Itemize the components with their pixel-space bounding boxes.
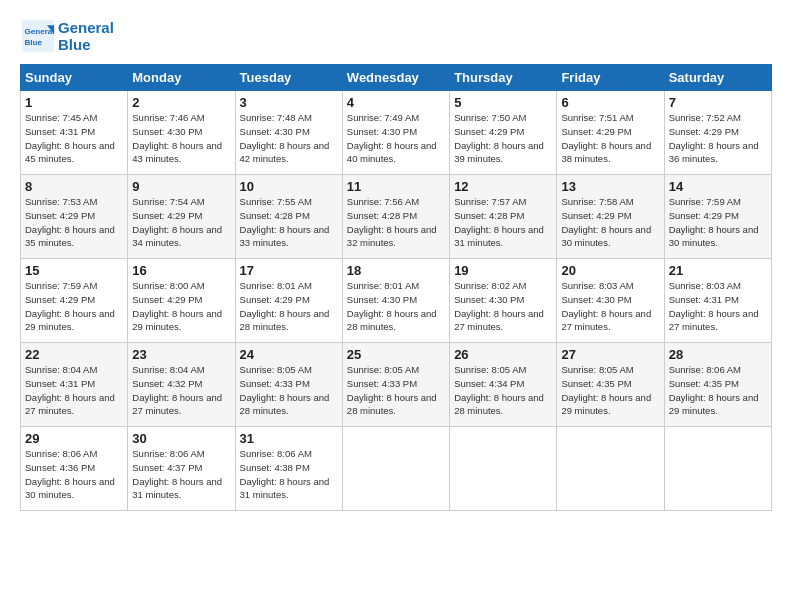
day-number: 28	[669, 347, 767, 362]
day-number: 1	[25, 95, 123, 110]
day-number: 25	[347, 347, 445, 362]
day-info: Sunrise: 8:06 AMSunset: 4:36 PMDaylight:…	[25, 447, 123, 502]
day-number: 5	[454, 95, 552, 110]
day-info: Sunrise: 8:03 AMSunset: 4:31 PMDaylight:…	[669, 279, 767, 334]
day-info: Sunrise: 8:04 AMSunset: 4:31 PMDaylight:…	[25, 363, 123, 418]
calendar-cell: 2 Sunrise: 7:46 AMSunset: 4:30 PMDayligh…	[128, 91, 235, 175]
day-number: 3	[240, 95, 338, 110]
day-number: 7	[669, 95, 767, 110]
day-info: Sunrise: 7:53 AMSunset: 4:29 PMDaylight:…	[25, 195, 123, 250]
day-number: 13	[561, 179, 659, 194]
day-info: Sunrise: 8:06 AMSunset: 4:35 PMDaylight:…	[669, 363, 767, 418]
calendar-cell	[450, 427, 557, 511]
day-number: 10	[240, 179, 338, 194]
calendar-cell: 3 Sunrise: 7:48 AMSunset: 4:30 PMDayligh…	[235, 91, 342, 175]
day-info: Sunrise: 8:05 AMSunset: 4:34 PMDaylight:…	[454, 363, 552, 418]
calendar-cell: 1 Sunrise: 7:45 AMSunset: 4:31 PMDayligh…	[21, 91, 128, 175]
calendar-cell: 23 Sunrise: 8:04 AMSunset: 4:32 PMDaylig…	[128, 343, 235, 427]
day-info: Sunrise: 8:00 AMSunset: 4:29 PMDaylight:…	[132, 279, 230, 334]
day-info: Sunrise: 8:02 AMSunset: 4:30 PMDaylight:…	[454, 279, 552, 334]
day-info: Sunrise: 8:03 AMSunset: 4:30 PMDaylight:…	[561, 279, 659, 334]
calendar-cell: 18 Sunrise: 8:01 AMSunset: 4:30 PMDaylig…	[342, 259, 449, 343]
calendar-cell: 4 Sunrise: 7:49 AMSunset: 4:30 PMDayligh…	[342, 91, 449, 175]
day-number: 17	[240, 263, 338, 278]
calendar-cell: 20 Sunrise: 8:03 AMSunset: 4:30 PMDaylig…	[557, 259, 664, 343]
calendar-cell: 8 Sunrise: 7:53 AMSunset: 4:29 PMDayligh…	[21, 175, 128, 259]
day-info: Sunrise: 7:54 AMSunset: 4:29 PMDaylight:…	[132, 195, 230, 250]
calendar-week-5: 29 Sunrise: 8:06 AMSunset: 4:36 PMDaylig…	[21, 427, 772, 511]
day-number: 11	[347, 179, 445, 194]
page-header: General Blue General Blue	[20, 18, 772, 54]
day-info: Sunrise: 8:05 AMSunset: 4:35 PMDaylight:…	[561, 363, 659, 418]
calendar-cell: 11 Sunrise: 7:56 AMSunset: 4:28 PMDaylig…	[342, 175, 449, 259]
day-info: Sunrise: 7:51 AMSunset: 4:29 PMDaylight:…	[561, 111, 659, 166]
weekday-header-monday: Monday	[128, 65, 235, 91]
calendar-week-3: 15 Sunrise: 7:59 AMSunset: 4:29 PMDaylig…	[21, 259, 772, 343]
day-info: Sunrise: 8:05 AMSunset: 4:33 PMDaylight:…	[347, 363, 445, 418]
day-number: 24	[240, 347, 338, 362]
weekday-header-sunday: Sunday	[21, 65, 128, 91]
day-info: Sunrise: 7:49 AMSunset: 4:30 PMDaylight:…	[347, 111, 445, 166]
calendar-cell: 26 Sunrise: 8:05 AMSunset: 4:34 PMDaylig…	[450, 343, 557, 427]
calendar-cell: 6 Sunrise: 7:51 AMSunset: 4:29 PMDayligh…	[557, 91, 664, 175]
day-number: 26	[454, 347, 552, 362]
day-number: 16	[132, 263, 230, 278]
calendar-cell: 31 Sunrise: 8:06 AMSunset: 4:38 PMDaylig…	[235, 427, 342, 511]
calendar-cell: 29 Sunrise: 8:06 AMSunset: 4:36 PMDaylig…	[21, 427, 128, 511]
day-number: 4	[347, 95, 445, 110]
calendar-cell: 12 Sunrise: 7:57 AMSunset: 4:28 PMDaylig…	[450, 175, 557, 259]
day-number: 21	[669, 263, 767, 278]
day-number: 31	[240, 431, 338, 446]
calendar-cell: 27 Sunrise: 8:05 AMSunset: 4:35 PMDaylig…	[557, 343, 664, 427]
calendar-cell	[664, 427, 771, 511]
day-info: Sunrise: 7:59 AMSunset: 4:29 PMDaylight:…	[669, 195, 767, 250]
day-info: Sunrise: 7:50 AMSunset: 4:29 PMDaylight:…	[454, 111, 552, 166]
day-number: 30	[132, 431, 230, 446]
calendar-cell: 7 Sunrise: 7:52 AMSunset: 4:29 PMDayligh…	[664, 91, 771, 175]
day-info: Sunrise: 7:59 AMSunset: 4:29 PMDaylight:…	[25, 279, 123, 334]
calendar-cell: 25 Sunrise: 8:05 AMSunset: 4:33 PMDaylig…	[342, 343, 449, 427]
day-number: 18	[347, 263, 445, 278]
calendar-cell: 28 Sunrise: 8:06 AMSunset: 4:35 PMDaylig…	[664, 343, 771, 427]
day-number: 6	[561, 95, 659, 110]
day-info: Sunrise: 7:52 AMSunset: 4:29 PMDaylight:…	[669, 111, 767, 166]
day-info: Sunrise: 8:06 AMSunset: 4:38 PMDaylight:…	[240, 447, 338, 502]
calendar-cell: 17 Sunrise: 8:01 AMSunset: 4:29 PMDaylig…	[235, 259, 342, 343]
calendar-cell: 21 Sunrise: 8:03 AMSunset: 4:31 PMDaylig…	[664, 259, 771, 343]
day-info: Sunrise: 8:05 AMSunset: 4:33 PMDaylight:…	[240, 363, 338, 418]
calendar-cell	[557, 427, 664, 511]
calendar-cell: 19 Sunrise: 8:02 AMSunset: 4:30 PMDaylig…	[450, 259, 557, 343]
calendar-cell: 16 Sunrise: 8:00 AMSunset: 4:29 PMDaylig…	[128, 259, 235, 343]
day-info: Sunrise: 7:58 AMSunset: 4:29 PMDaylight:…	[561, 195, 659, 250]
calendar-week-2: 8 Sunrise: 7:53 AMSunset: 4:29 PMDayligh…	[21, 175, 772, 259]
calendar-cell: 15 Sunrise: 7:59 AMSunset: 4:29 PMDaylig…	[21, 259, 128, 343]
day-info: Sunrise: 7:45 AMSunset: 4:31 PMDaylight:…	[25, 111, 123, 166]
weekday-header-friday: Friday	[557, 65, 664, 91]
calendar-cell: 10 Sunrise: 7:55 AMSunset: 4:28 PMDaylig…	[235, 175, 342, 259]
calendar-table: SundayMondayTuesdayWednesdayThursdayFrid…	[20, 64, 772, 511]
calendar-week-4: 22 Sunrise: 8:04 AMSunset: 4:31 PMDaylig…	[21, 343, 772, 427]
day-info: Sunrise: 7:57 AMSunset: 4:28 PMDaylight:…	[454, 195, 552, 250]
day-number: 8	[25, 179, 123, 194]
day-info: Sunrise: 7:56 AMSunset: 4:28 PMDaylight:…	[347, 195, 445, 250]
weekday-header-saturday: Saturday	[664, 65, 771, 91]
day-info: Sunrise: 8:01 AMSunset: 4:29 PMDaylight:…	[240, 279, 338, 334]
day-number: 23	[132, 347, 230, 362]
calendar-cell: 22 Sunrise: 8:04 AMSunset: 4:31 PMDaylig…	[21, 343, 128, 427]
day-number: 9	[132, 179, 230, 194]
day-number: 2	[132, 95, 230, 110]
calendar-cell	[342, 427, 449, 511]
day-info: Sunrise: 7:48 AMSunset: 4:30 PMDaylight:…	[240, 111, 338, 166]
calendar-cell: 5 Sunrise: 7:50 AMSunset: 4:29 PMDayligh…	[450, 91, 557, 175]
logo: General Blue General Blue	[20, 18, 114, 54]
day-number: 22	[25, 347, 123, 362]
weekday-header-tuesday: Tuesday	[235, 65, 342, 91]
svg-text:Blue: Blue	[25, 38, 43, 47]
day-number: 14	[669, 179, 767, 194]
day-info: Sunrise: 8:06 AMSunset: 4:37 PMDaylight:…	[132, 447, 230, 502]
calendar-cell: 13 Sunrise: 7:58 AMSunset: 4:29 PMDaylig…	[557, 175, 664, 259]
day-info: Sunrise: 7:46 AMSunset: 4:30 PMDaylight:…	[132, 111, 230, 166]
day-info: Sunrise: 8:01 AMSunset: 4:30 PMDaylight:…	[347, 279, 445, 334]
weekday-header-row: SundayMondayTuesdayWednesdayThursdayFrid…	[21, 65, 772, 91]
calendar-cell: 30 Sunrise: 8:06 AMSunset: 4:37 PMDaylig…	[128, 427, 235, 511]
